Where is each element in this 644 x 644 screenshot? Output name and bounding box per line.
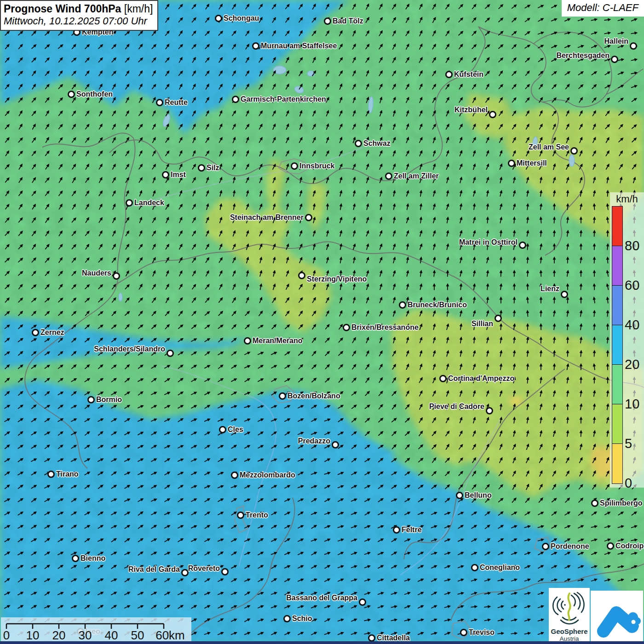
map-scale-bar: 0102030405060km [1, 617, 191, 643]
scale-tick-label: 20 [52, 628, 66, 642]
scale-tick-label: 0 [3, 628, 10, 642]
legend-tick-label: 80 [625, 238, 639, 253]
legend-unit-label: km/h [610, 193, 644, 205]
geosphere-logo-text: GeoSphere [549, 627, 590, 635]
legend-color-segment [612, 404, 622, 444]
legend-color-segment [612, 444, 622, 483]
legend-tick-label: 0 [625, 476, 632, 491]
legend-tick-label: 5 [625, 436, 632, 451]
model-label: Modell: C-LAEF [562, 0, 644, 17]
legend-tick-label: 60 [625, 278, 639, 293]
map-title: Prognose Wind 700hPa [km/h] [4, 2, 153, 15]
map-title-box: Prognose Wind 700hPa [km/h] Mittwoch, 10… [0, 0, 158, 31]
scale-tick-label: 50 [131, 628, 144, 642]
map-title-heading: Prognose Wind 700hPa [4, 3, 121, 15]
legend-color-segment [612, 325, 622, 365]
legend-color-segment [612, 246, 622, 286]
wind-forecast-map: SchongauBad TölzKemptenMurnau am Staffel… [0, 0, 644, 644]
map-bottom-edge [0, 641, 644, 644]
scale-tick-label: 10 [26, 628, 40, 642]
lake [119, 293, 122, 301]
geosphere-logo: GeoSphere Austria [549, 588, 590, 644]
lake [569, 155, 575, 167]
legend-color-segment [612, 286, 622, 325]
terrain-shading [0, 0, 644, 644]
windspeed-legend: km/h 806040201050 [610, 192, 644, 488]
scale-tick-label: 30 [79, 628, 92, 642]
legend-tick-label: 20 [625, 357, 639, 372]
map-canvas [0, 0, 644, 644]
mountain-cloud-icon [591, 591, 643, 643]
geosphere-contour-icon [549, 588, 590, 627]
legend-color-segment [612, 365, 622, 404]
legend-tick-label: 10 [625, 397, 639, 412]
scale-tick-label: 60km [155, 628, 185, 642]
scale-ruler: 0102030405060km [1, 617, 191, 643]
map-valid-time: Mittwoch, 10.12.2025 07:00 Uhr [4, 15, 153, 28]
legend-color-bar [612, 206, 623, 484]
map-title-unit: [km/h] [121, 3, 153, 15]
legend-tick-label: 40 [625, 317, 639, 333]
mountain-cloud-logo [591, 591, 643, 643]
scale-tick-label: 40 [105, 628, 118, 642]
legend-color-segment [612, 207, 622, 246]
